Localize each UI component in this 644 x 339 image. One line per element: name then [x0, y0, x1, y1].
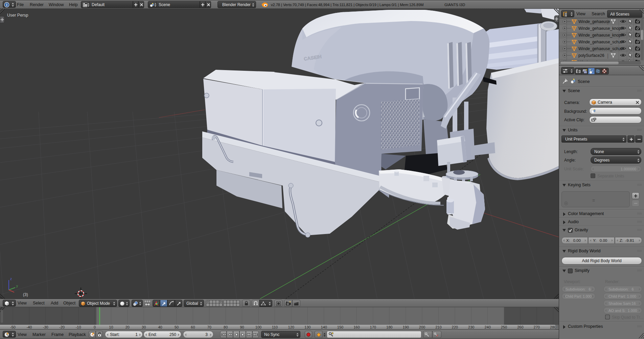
svg-text:230: 230 — [468, 325, 474, 329]
svg-text:70: 70 — [207, 325, 211, 329]
svg-text:100: 100 — [255, 325, 261, 329]
svg-text:210: 210 — [435, 325, 441, 329]
svg-text:i: i — [6, 3, 7, 7]
svg-text:60: 60 — [191, 325, 195, 329]
svg-text:30: 30 — [142, 325, 146, 329]
svg-text:140: 140 — [321, 325, 327, 329]
svg-text:250: 250 — [501, 325, 507, 329]
svg-text:190: 190 — [402, 325, 409, 329]
svg-text:280: 280 — [550, 325, 556, 329]
svg-text:240: 240 — [484, 325, 490, 329]
svg-text:260: 260 — [517, 325, 523, 329]
svg-text:170: 170 — [370, 325, 376, 329]
svg-text:40: 40 — [158, 325, 162, 329]
svg-text:-20: -20 — [59, 325, 65, 329]
svg-text:20: 20 — [125, 325, 130, 329]
svg-text:180: 180 — [386, 325, 392, 329]
svg-text:150: 150 — [337, 325, 343, 329]
svg-text:(3): (3) — [23, 292, 28, 297]
svg-text:0: 0 — [94, 325, 96, 329]
svg-text:-10: -10 — [76, 325, 81, 329]
svg-text:y: y — [16, 284, 18, 288]
svg-text:z: z — [10, 277, 12, 281]
svg-text:200: 200 — [419, 325, 425, 329]
svg-text:10: 10 — [109, 325, 113, 329]
svg-text:270: 270 — [534, 325, 540, 329]
svg-text:110: 110 — [272, 325, 278, 329]
svg-text:130: 130 — [304, 325, 310, 329]
svg-text:-50: -50 — [10, 325, 16, 329]
svg-text:220: 220 — [452, 325, 458, 329]
svg-text:90: 90 — [240, 325, 244, 329]
svg-text:50: 50 — [175, 325, 179, 329]
svg-text:User Persp: User Persp — [7, 13, 28, 18]
svg-text:-40: -40 — [26, 325, 32, 329]
svg-text:160: 160 — [353, 325, 360, 329]
svg-text:80: 80 — [224, 325, 228, 329]
svg-text:-30: -30 — [43, 325, 48, 329]
svg-text:120: 120 — [288, 325, 294, 329]
